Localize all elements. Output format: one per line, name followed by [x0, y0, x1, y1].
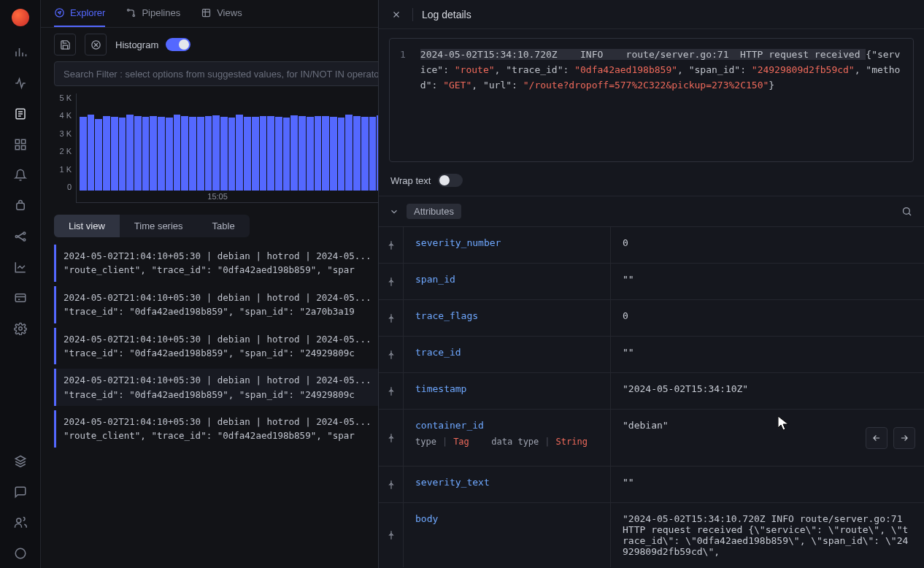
attribute-key: timestamp	[404, 373, 611, 409]
pin-icon[interactable]	[379, 410, 404, 466]
attribute-value: "2024-05-02T15:34:10.720Z INFO route/ser…	[611, 503, 924, 567]
attribute-value: 0	[611, 227, 924, 263]
svg-point-18	[904, 208, 910, 215]
tab-pipelines[interactable]: Pipelines	[126, 0, 180, 27]
nav-alerts-icon[interactable]	[12, 166, 29, 184]
attribute-key: trace_id	[404, 337, 611, 372]
attribute-row: severity_text""	[379, 466, 924, 502]
svg-point-12	[15, 548, 26, 559]
attribute-value: "2024-05-02T15:34:10Z"	[611, 373, 924, 409]
nav-billing-icon[interactable]	[12, 289, 29, 307]
tab-explorer[interactable]: Explorer	[54, 0, 105, 27]
attribute-key: span_id	[404, 264, 611, 299]
attribute-key: severity_text	[404, 467, 611, 502]
svg-rect-4	[21, 146, 25, 150]
attribute-row: trace_id""	[379, 336, 924, 372]
nav-settings-icon[interactable]	[12, 320, 29, 337]
svg-rect-3	[15, 146, 19, 150]
svg-rect-9	[15, 294, 26, 302]
svg-point-14	[128, 9, 130, 12]
nav-logs-icon[interactable]	[12, 105, 29, 123]
svg-rect-5	[16, 203, 24, 210]
arrow-left-icon[interactable]	[866, 427, 888, 449]
svg-point-11	[16, 518, 20, 523]
pin-icon[interactable]	[379, 300, 404, 336]
nav-users-icon[interactable]	[12, 514, 29, 531]
attribute-value: ""	[611, 467, 924, 502]
svg-point-10	[18, 327, 22, 331]
nav-errors-icon[interactable]	[12, 197, 29, 215]
attribute-key: body	[404, 503, 611, 567]
attribute-row: container_idtype|Tag data type|String"de…	[379, 409, 924, 466]
log-details-drawer: Log details 1 2024-05-02T15:34:10.720Z I…	[378, 0, 924, 568]
attribute-value: "debian"	[611, 410, 924, 466]
view-list-button[interactable]: List view	[54, 215, 120, 237]
left-sidebar	[0, 0, 41, 568]
svg-rect-16	[203, 9, 210, 17]
line-number: 1	[400, 47, 406, 153]
pipeline-icon	[126, 7, 136, 18]
histogram-label: Histogram	[115, 39, 158, 50]
pin-icon[interactable]	[379, 503, 404, 567]
svg-point-15	[133, 15, 135, 17]
clear-button[interactable]	[85, 34, 107, 55]
wrap-text-label: Wrap text	[390, 175, 431, 186]
pin-icon[interactable]	[379, 373, 404, 409]
tab-pipelines-label: Pipelines	[142, 7, 180, 18]
pin-icon[interactable]	[379, 264, 404, 299]
svg-rect-2	[21, 139, 25, 143]
attribute-value: 0	[611, 300, 924, 336]
drawer-title: Log details	[422, 9, 471, 20]
arrow-right-icon[interactable]	[893, 427, 915, 449]
raw-log-block: 1 2024-05-02T15:34:10.720Z INFO route/se…	[389, 38, 914, 162]
attribute-row: timestamp"2024-05-02T15:34:10Z"	[379, 372, 924, 409]
attribute-value: ""	[611, 264, 924, 299]
svg-point-6	[15, 236, 18, 238]
attribute-row: trace_flags0	[379, 299, 924, 336]
nav-help-icon[interactable]	[12, 545, 29, 562]
pin-icon[interactable]	[379, 467, 404, 502]
app-logo[interactable]	[12, 9, 29, 26]
pin-icon[interactable]	[379, 227, 404, 263]
nav-traces-icon[interactable]	[12, 74, 29, 92]
attribute-row: body"2024-05-02T15:34:10.720Z INFO route…	[379, 502, 924, 567]
attribute-key: severity_number	[404, 227, 611, 263]
attributes-badge: Attributes	[407, 204, 461, 219]
nav-layers-icon[interactable]	[12, 453, 29, 470]
nav-chat-icon[interactable]	[12, 483, 29, 501]
svg-point-8	[23, 239, 25, 241]
pin-icon[interactable]	[379, 337, 404, 372]
save-view-button[interactable]	[54, 34, 76, 55]
nav-dashboards-icon[interactable]	[12, 136, 29, 153]
svg-rect-1	[15, 139, 19, 143]
attribute-row: severity_number0	[379, 226, 924, 263]
wrap-text-toggle[interactable]	[438, 174, 463, 187]
tab-views[interactable]: Views	[201, 0, 242, 27]
view-segmented: List view Time series Table	[54, 215, 250, 237]
attribute-key: container_idtype|Tag data type|String	[404, 410, 611, 466]
view-table-button[interactable]: Table	[198, 215, 250, 237]
compass-icon	[54, 7, 65, 18]
views-icon	[201, 7, 212, 18]
nav-services-icon[interactable]	[12, 228, 29, 245]
view-timeseries-button[interactable]: Time series	[120, 215, 198, 237]
tab-views-label: Views	[217, 7, 242, 18]
tab-explorer-label: Explorer	[70, 7, 105, 18]
search-icon[interactable]	[901, 206, 912, 217]
svg-point-13	[55, 9, 63, 17]
close-icon[interactable]	[389, 7, 404, 22]
attribute-row: span_id""	[379, 263, 924, 299]
svg-point-7	[23, 232, 25, 234]
attribute-key: trace_flags	[404, 300, 611, 336]
chevron-down-icon[interactable]	[389, 207, 399, 217]
nav-usage-icon[interactable]	[12, 258, 29, 276]
attribute-value: ""	[611, 337, 924, 372]
histogram-toggle[interactable]	[166, 38, 190, 51]
nav-metrics-icon[interactable]	[12, 44, 29, 61]
